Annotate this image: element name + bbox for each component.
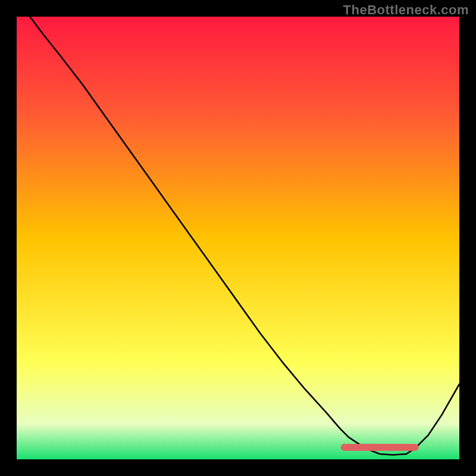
bottleneck-chart: [17, 17, 459, 459]
watermark-text: TheBottleneck.com: [343, 2, 469, 18]
chart-container: TheBottleneck.com: [0, 0, 476, 476]
gradient-background: [17, 17, 459, 459]
